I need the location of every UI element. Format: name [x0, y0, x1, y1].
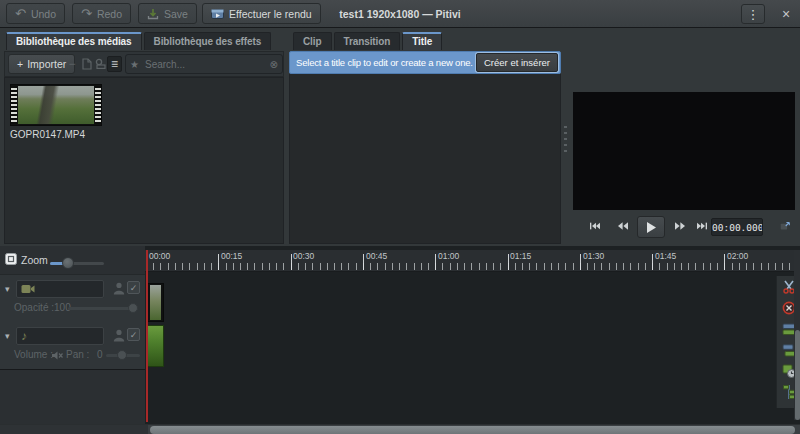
- tab-clip[interactable]: Clip: [293, 32, 332, 50]
- timeline-vertical-scrollbar[interactable]: [794, 250, 800, 420]
- timeline-left-column: Zoom ▾ ✓ Opacité :100: [0, 246, 145, 424]
- ruler-label: 00:15: [221, 251, 242, 261]
- create-insert-button[interactable]: Créer et insérer: [476, 53, 558, 72]
- list-view-toggle-icon[interactable]: ≡: [107, 56, 122, 72]
- menu-button[interactable]: ⋮: [741, 4, 765, 24]
- media-library-panel: Bibliothèque des médias Bibliothèque des…: [4, 32, 284, 244]
- search-input[interactable]: [143, 58, 266, 71]
- video-layer-icon: [21, 284, 35, 294]
- media-clip-card[interactable]: GOPR0147.MP4: [10, 84, 102, 140]
- undock-viewer-button[interactable]: [774, 218, 796, 234]
- pitivi-window: ↶ Undo ↷ Redo Save Effectuer le rendu te…: [0, 0, 800, 434]
- horizontal-scrollbar-thumb[interactable]: [150, 426, 795, 434]
- paned-handle[interactable]: [564, 126, 567, 156]
- mute-speaker-icon[interactable]: [52, 351, 63, 360]
- go-to-start-button[interactable]: [584, 218, 606, 234]
- video-layer-checkbox[interactable]: ✓: [127, 281, 140, 294]
- timeline-audio-clip[interactable]: [147, 325, 164, 367]
- clip-properties-icon[interactable]: [80, 56, 94, 72]
- ruler-label: 02:00: [727, 251, 748, 261]
- ruler-label: 00:45: [366, 251, 387, 261]
- star-icon: ★: [130, 59, 139, 70]
- ruler-label: 00:30: [293, 251, 314, 261]
- undo-label: Undo: [31, 8, 56, 20]
- timecode-input[interactable]: [711, 218, 763, 236]
- ruler-label: 01:15: [510, 251, 531, 261]
- playhead[interactable]: [146, 250, 148, 422]
- pan-slider-handle[interactable]: [117, 350, 127, 360]
- opacity-slider-handle[interactable]: [128, 303, 138, 313]
- infobar-message: Select a title clip to edit or create a …: [296, 57, 476, 68]
- timeline-area: Zoom ▾ ✓ Opacité :100: [0, 246, 800, 424]
- tab-media-library[interactable]: Bibliothèque des médias: [6, 32, 142, 50]
- header-bar: ↶ Undo ↷ Redo Save Effectuer le rendu te…: [0, 0, 800, 28]
- save-button[interactable]: Save: [138, 3, 197, 24]
- plus-icon: +: [17, 58, 23, 70]
- layer-controls: ▾ ✓ Opacité :100 ▾ ♪ ✓: [0, 274, 145, 370]
- tab-transition[interactable]: Transition: [334, 32, 401, 50]
- forward-button[interactable]: [669, 218, 691, 234]
- render-icon: [211, 8, 224, 20]
- library-toolbar: + Importer − ≡ ★ ⊗: [4, 51, 284, 77]
- title-editor-panel: Clip Transition Title Select a title cli…: [287, 32, 563, 244]
- tab-effects-library[interactable]: Bibliothèque des effets: [144, 32, 272, 50]
- tab-title[interactable]: Title: [402, 32, 442, 50]
- go-to-end-button[interactable]: [691, 218, 713, 234]
- remove-clip-icon[interactable]: −: [65, 56, 79, 72]
- title-infobar: Select a title clip to edit or create a …: [289, 51, 561, 74]
- viewer-display: [573, 92, 795, 210]
- render-button[interactable]: Effectuer le rendu: [202, 3, 321, 24]
- timeline-video-clip[interactable]: [147, 283, 164, 322]
- audio-layer-user-icon[interactable]: [113, 329, 125, 342]
- redo-label: Redo: [97, 8, 122, 20]
- pan-value: 0: [97, 349, 103, 360]
- audio-layer-expander[interactable]: ▾: [5, 331, 10, 341]
- ruler-major-ticks: [145, 254, 800, 270]
- rewind-button[interactable]: [612, 218, 634, 234]
- ruler-label: 01:30: [583, 251, 604, 261]
- insert-at-end-icon[interactable]: [94, 56, 108, 72]
- zoom-slider-handle[interactable]: [62, 257, 74, 269]
- import-label: Importer: [27, 58, 66, 70]
- search-box: ★ ⊗: [125, 54, 283, 74]
- ruler-label: 01:00: [438, 251, 459, 261]
- video-layer-name-input[interactable]: [16, 280, 104, 298]
- audio-layer-icon: ♪: [21, 329, 27, 343]
- zoom-fit-icon[interactable]: [4, 252, 18, 266]
- menu-icon: ⋮: [747, 7, 760, 22]
- scrollbar-track-left: [0, 425, 148, 434]
- media-clip-thumbnail: [10, 84, 102, 126]
- save-label: Save: [164, 8, 188, 20]
- audio-layer-name-input[interactable]: ♪: [16, 327, 104, 345]
- library-tabs: Bibliothèque des médias Bibliothèque des…: [6, 32, 271, 50]
- clear-search-icon[interactable]: ⊗: [270, 59, 278, 70]
- play-button[interactable]: [637, 216, 665, 238]
- close-icon: ×: [782, 6, 790, 22]
- zoom-row: Zoom: [0, 250, 145, 272]
- zoom-slider[interactable]: [50, 262, 104, 265]
- undo-button[interactable]: ↶ Undo: [6, 3, 65, 24]
- audio-layer-checkbox[interactable]: ✓: [127, 328, 140, 341]
- play-icon: [646, 222, 656, 233]
- ruler-label: 00:00: [149, 251, 170, 261]
- volume-label: Volume :: [14, 349, 53, 360]
- timeline-horizontal-scrollbar[interactable]: [0, 424, 800, 434]
- title-editor-content: [289, 74, 561, 244]
- media-library-content: GOPR0147.MP4: [4, 77, 284, 244]
- redo-icon: ↷: [81, 7, 92, 20]
- video-layer-expander[interactable]: ▾: [5, 284, 10, 294]
- undo-icon: ↶: [15, 7, 26, 20]
- zoom-label: Zoom: [21, 254, 48, 266]
- render-label: Effectuer le rendu: [229, 8, 312, 20]
- media-clip-name: GOPR0147.MP4: [10, 129, 102, 140]
- video-layer-user-icon[interactable]: [113, 282, 125, 295]
- timeline-ruler[interactable]: 00:00 00:15 00:30 00:45 01:00 01:15 01:3…: [145, 250, 800, 272]
- pan-label: Pan :: [66, 349, 89, 360]
- redo-button[interactable]: ↷ Redo: [72, 3, 131, 24]
- save-icon: [147, 8, 159, 20]
- ruler-label: 01:45: [655, 251, 676, 261]
- close-button[interactable]: ×: [776, 4, 796, 24]
- opacity-label: Opacité :100: [14, 302, 71, 313]
- vertical-scrollbar-thumb[interactable]: [795, 330, 800, 420]
- editor-tabs: Clip Transition Title: [293, 32, 442, 50]
